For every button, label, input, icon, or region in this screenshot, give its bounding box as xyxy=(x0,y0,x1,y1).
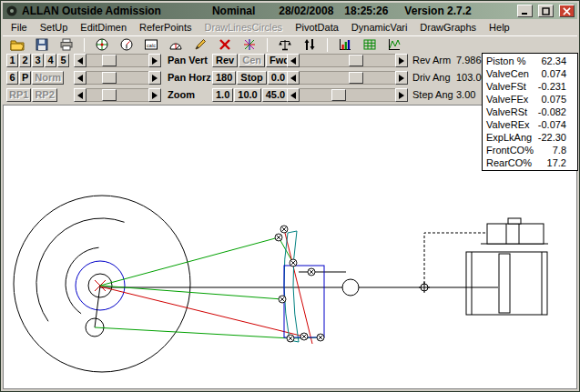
button-p[interactable]: P xyxy=(19,71,31,85)
minimize-button[interactable] xyxy=(517,5,533,17)
tool-colored-axes-button[interactable] xyxy=(239,36,260,53)
tool-dial-button[interactable] xyxy=(116,36,137,53)
titlebar[interactable]: ALLAN Outside Admission Nominal 28/02/20… xyxy=(3,3,577,19)
cell-0-0[interactable]: 0.0 xyxy=(268,71,289,85)
tool-open-folder-button[interactable] xyxy=(6,36,28,53)
menu-dynamicvari[interactable]: DynamicVari xyxy=(345,20,414,35)
label-pan-horz: Pan Horz xyxy=(168,71,211,85)
valvefex-label: ValveFEx xyxy=(486,93,535,106)
valve-marker xyxy=(419,282,430,293)
cell-45-0[interactable]: 45.0 xyxy=(262,88,289,102)
expansion-link xyxy=(284,231,299,342)
driv-ang-scrollbar-right-arrow-icon xyxy=(399,75,404,82)
pan-vert-scrollbar-thumb[interactable] xyxy=(102,55,117,66)
valvefst-label: ValveFSt xyxy=(486,80,535,93)
close-icon xyxy=(563,7,571,15)
toolbar-separator xyxy=(267,38,268,52)
close-button[interactable] xyxy=(559,5,575,17)
button-rp1: RP1 xyxy=(6,88,31,102)
pan-vert-scrollbar-left-arrow-icon xyxy=(77,57,83,65)
cell-1-0[interactable]: 1.0 xyxy=(212,88,233,102)
button-1[interactable]: 1 xyxy=(6,54,18,67)
driv-ang-scrollbar-left-button[interactable] xyxy=(287,71,300,85)
titlebar-date: 28/02/2008 xyxy=(279,5,333,17)
tool-pencil-button[interactable] xyxy=(189,36,211,53)
pan-horz-scrollbar-left-button[interactable] xyxy=(74,71,86,85)
valvecen-label: ValveCen xyxy=(486,67,535,80)
tool-colored-chart-button[interactable] xyxy=(334,36,356,53)
menu-setup[interactable]: SetUp xyxy=(34,20,75,35)
rev-arm-scrollbar-left-button[interactable] xyxy=(287,54,300,67)
step-ang-scrollbar-thumb[interactable] xyxy=(331,89,346,101)
tool-scales-button[interactable] xyxy=(274,36,296,53)
menu-editdimen[interactable]: EditDimen xyxy=(74,20,133,35)
tool-protractor-button[interactable] xyxy=(165,36,187,53)
piston xyxy=(499,254,510,313)
step-ang-scrollbar-right-button[interactable] xyxy=(395,88,408,102)
tool-print-button[interactable] xyxy=(56,36,77,53)
menu-file[interactable]: File xyxy=(5,20,34,35)
toolbar-separator xyxy=(84,38,85,52)
tool-green-grid-button[interactable] xyxy=(359,36,381,53)
rev-arm-scrollbar-thumb[interactable] xyxy=(349,55,363,66)
zoom-scrollbar-right-arrow-icon xyxy=(152,92,158,99)
zoom-scrollbar-track[interactable] xyxy=(86,88,148,102)
readout-row-frontco: FrontCO%7.8 xyxy=(483,144,577,156)
piston-label: Piston % xyxy=(486,55,535,67)
pan-horz-scrollbar-right-arrow-icon xyxy=(152,75,158,82)
app-window: ALLAN Outside Admission Nominal 28/02/20… xyxy=(0,0,580,392)
readout-row-valverex: ValveREx-0.074 xyxy=(483,118,577,131)
valve-chest xyxy=(481,218,548,244)
pan-vert-scrollbar-left-button[interactable] xyxy=(74,54,86,67)
zoom-scrollbar-thumb[interactable] xyxy=(102,89,117,101)
titlebar-time: 18:25:26 xyxy=(344,5,388,17)
pencil-icon xyxy=(193,37,208,52)
cell-stop[interactable]: Stop xyxy=(237,71,266,85)
pan-horz-scrollbar-track[interactable] xyxy=(86,71,148,85)
step-ang-scrollbar-track[interactable] xyxy=(300,88,395,102)
step-ang-scrollbar-left-button[interactable] xyxy=(287,88,300,102)
button-2[interactable]: 2 xyxy=(19,54,31,67)
link-guide-frame xyxy=(284,266,324,337)
maximize-button[interactable] xyxy=(538,5,554,17)
pan-vert-scrollbar-track[interactable] xyxy=(86,54,148,67)
zoom-scrollbar-right-button[interactable] xyxy=(148,88,161,102)
label-pan-vert: Pan Vert xyxy=(168,54,208,67)
zoom-scrollbar xyxy=(74,88,161,102)
tool-wheel-button[interactable] xyxy=(91,36,113,53)
tool-save-button[interactable] xyxy=(31,36,53,53)
pan-horz-scrollbar-right-button[interactable] xyxy=(148,71,161,85)
cell-10-0[interactable]: 10.0 xyxy=(234,88,260,102)
pan-vert-scrollbar-right-button[interactable] xyxy=(148,54,161,67)
eccentric-arm xyxy=(95,286,100,327)
menu-referpoints[interactable]: ReferPoints xyxy=(133,20,198,35)
cell-rev[interactable]: Rev xyxy=(212,54,238,67)
cell-180[interactable]: 180 xyxy=(212,71,236,85)
up-down-arrows-icon xyxy=(302,37,317,52)
rev-arm-scrollbar-track[interactable] xyxy=(300,54,395,67)
zoom-scrollbar-left-button[interactable] xyxy=(74,88,86,102)
driv-ang-scrollbar-thumb[interactable] xyxy=(349,72,363,84)
tool-graph-button[interactable] xyxy=(383,36,405,53)
button-4[interactable]: 4 xyxy=(45,54,56,67)
cell-group-3: 1.010.045.0 xyxy=(212,88,289,102)
piston-value: 62.34 xyxy=(535,55,575,67)
readout-row-valverst: ValveRSt-0.082 xyxy=(483,106,577,118)
pan-horz-scrollbar-thumb[interactable] xyxy=(102,72,117,84)
tool-delete-cross-button[interactable] xyxy=(214,36,236,53)
readout-driv-ang: Driv Ang103.00 xyxy=(412,71,487,85)
driv-ang-scrollbar-right-button[interactable] xyxy=(395,71,408,85)
tool-up-down-arrows-button[interactable] xyxy=(299,36,321,53)
rev-arm-scrollbar-right-button[interactable] xyxy=(395,54,408,67)
step-ang-value: 3.00 xyxy=(456,88,475,102)
button-6[interactable]: 6 xyxy=(6,71,18,85)
step-ang-scrollbar xyxy=(287,88,408,102)
button-3[interactable]: 3 xyxy=(32,54,44,67)
tool-calc-button[interactable]: calc xyxy=(140,36,162,53)
menu-drawgraphs[interactable]: DrawGraphs xyxy=(413,20,483,35)
driv-ang-scrollbar-track[interactable] xyxy=(300,71,395,85)
button-5[interactable]: 5 xyxy=(57,54,69,67)
menu-pivotdata[interactable]: PivotData xyxy=(289,20,345,35)
menu-help[interactable]: Help xyxy=(483,20,516,35)
button-norm: Norm xyxy=(32,71,64,85)
